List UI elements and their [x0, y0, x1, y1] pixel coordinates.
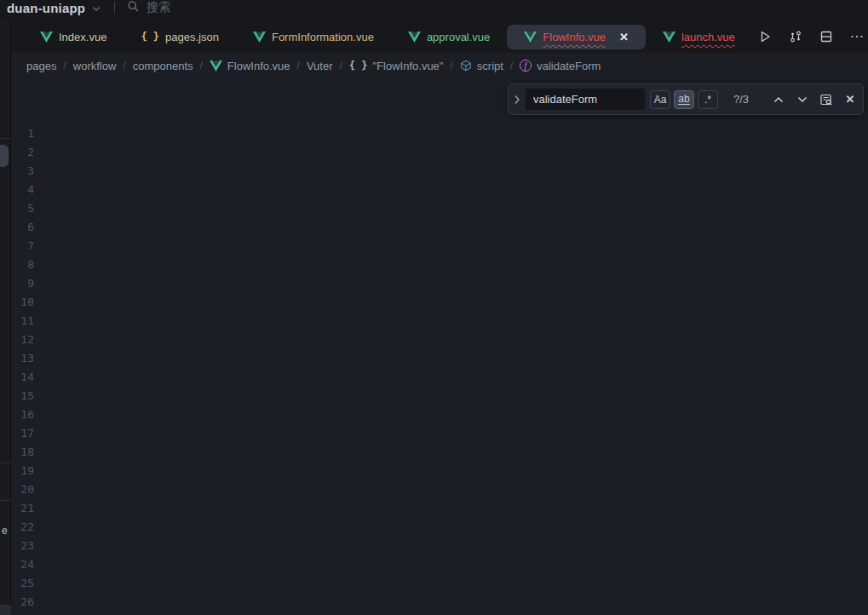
tab-index-vue[interactable]: Index.vue: [23, 25, 124, 49]
code-line[interactable]: 17: [11, 424, 868, 443]
breadcrumb-separator: /: [297, 60, 300, 72]
global-search[interactable]: 搜索: [127, 0, 170, 15]
line-number: 21: [11, 499, 55, 518]
whole-word-toggle[interactable]: ab: [674, 90, 694, 109]
code-line[interactable]: 19: [11, 462, 868, 480]
code-line[interactable]: 15: [11, 387, 868, 405]
code-line[interactable]: 2: [11, 143, 868, 162]
vue-logo-icon: [524, 32, 537, 43]
editor[interactable]: Aaab.* ?/3: [11, 78, 868, 615]
line-number: 20: [11, 480, 55, 499]
code-line[interactable]: 1: [11, 124, 868, 143]
line-number: 17: [11, 424, 55, 443]
find-next-button[interactable]: [793, 90, 812, 109]
code-line[interactable]: 12: [11, 330, 868, 349]
line-number: 11: [11, 312, 55, 330]
breadcrumb-item-validateform[interactable]: ƒvalidateForm: [520, 60, 601, 72]
code-line[interactable]: 9: [11, 274, 868, 293]
breadcrumb-item-script[interactable]: script: [460, 60, 503, 72]
code-line[interactable]: 8: [11, 256, 868, 274]
panel-item-partial[interactable]: [0, 145, 9, 167]
line-number: 1: [11, 124, 55, 143]
panel-partial-text: e: [2, 525, 8, 537]
find-widget: Aaab.* ?/3: [508, 83, 864, 115]
code-line[interactable]: 10: [11, 293, 868, 312]
tab-flowinfo-vue[interactable]: FlowInfo.vue✕: [507, 25, 646, 49]
tab-approval-vue[interactable]: approval.vue: [391, 25, 507, 49]
code-line[interactable]: 21: [11, 499, 868, 518]
tab-bar: Index.vue{ }pages.jsonFormInformation.vu…: [11, 20, 868, 53]
code-line[interactable]: 13: [11, 349, 868, 368]
line-number: 25: [11, 574, 55, 593]
code-line[interactable]: 7: [11, 237, 868, 256]
find-input[interactable]: [526, 89, 645, 110]
panel-footer-sliver: [0, 605, 11, 615]
code-area[interactable]: 1234567891011121314151617181920212223242…: [11, 124, 868, 612]
line-number: 6: [11, 218, 55, 237]
open-changes-icon[interactable]: [786, 27, 805, 46]
code-line[interactable]: 5: [11, 199, 868, 218]
tab-launch-vue[interactable]: launch.vue: [646, 25, 752, 49]
regex-toggle[interactable]: .*: [698, 90, 718, 109]
code-line[interactable]: 14: [11, 368, 868, 387]
line-number: 8: [11, 256, 55, 274]
vue-logo-icon: [210, 60, 222, 72]
tab-pages-json[interactable]: { }pages.json: [124, 25, 236, 49]
breadcrumb-separator: /: [510, 60, 513, 72]
breadcrumb-item--flowinfo-vue-[interactable]: { }"FlowInfo.vue": [349, 60, 444, 72]
code-line[interactable]: 23: [11, 537, 868, 555]
breadcrumb-label: pages: [26, 60, 56, 72]
breadcrumb-item-pages[interactable]: pages: [26, 60, 56, 72]
breadcrumb-item-flowinfo-vue[interactable]: FlowInfo.vue: [210, 60, 290, 72]
line-number: 7: [11, 237, 55, 256]
code-line[interactable]: 16: [11, 405, 868, 424]
tab-label: pages.json: [165, 31, 219, 43]
find-close-button[interactable]: ✕: [841, 90, 859, 109]
find-in-selection-button[interactable]: [817, 90, 836, 109]
breadcrumb-separator: /: [200, 60, 203, 72]
code-line[interactable]: 22: [11, 518, 868, 537]
code-line[interactable]: 6: [11, 218, 868, 237]
search-placeholder: 搜索: [147, 0, 170, 15]
code-line[interactable]: 20: [11, 480, 868, 499]
code-line[interactable]: 26: [11, 593, 868, 612]
vue-logo-icon: [663, 32, 675, 43]
code-line[interactable]: 18: [11, 443, 868, 462]
split-editor-icon[interactable]: [817, 27, 836, 46]
breadcrumb-separator: /: [63, 60, 66, 72]
tab-label: launch.vue: [681, 31, 735, 43]
run-icon[interactable]: [756, 27, 774, 46]
find-prev-button[interactable]: [769, 90, 788, 109]
breadcrumb-item-workflow[interactable]: workflow: [73, 60, 117, 72]
line-number: 12: [11, 330, 55, 349]
find-replace-toggle[interactable]: [509, 84, 526, 114]
breadcrumb-separator: /: [123, 60, 125, 72]
code-line[interactable]: 25: [11, 574, 868, 593]
project-name[interactable]: duan-uniapp: [7, 1, 85, 15]
match-case-toggle[interactable]: Aa: [650, 90, 670, 109]
more-actions-icon[interactable]: [848, 27, 866, 46]
string-braces-icon: { }: [349, 60, 368, 72]
line-number: 24: [11, 555, 55, 574]
breadcrumb-label: FlowInfo.vue: [227, 60, 290, 72]
panel-divider: [0, 500, 11, 501]
line-number: 14: [11, 368, 55, 387]
tab-close-icon[interactable]: ✕: [619, 31, 629, 43]
chevron-down-icon: [92, 0, 101, 15]
breadcrumb-item-components[interactable]: components: [133, 60, 193, 72]
tab-forminformation-vue[interactable]: FormInformation.vue: [236, 25, 391, 49]
breadcrumb-label: Vuter: [307, 60, 333, 72]
breadcrumb-item-vuter[interactable]: Vuter: [307, 60, 333, 72]
line-number: 22: [11, 518, 55, 537]
tab-label: approval.vue: [427, 31, 490, 43]
line-number: 26: [11, 593, 55, 612]
code-line[interactable]: 3: [11, 162, 868, 181]
line-number: 2: [11, 143, 55, 162]
breadcrumb-label: workflow: [73, 60, 117, 72]
code-line[interactable]: 4: [11, 181, 868, 199]
breadcrumb-label: validateForm: [537, 60, 601, 72]
symbol-module-icon: [460, 60, 472, 72]
code-line[interactable]: 24: [11, 555, 868, 574]
code-line[interactable]: 11: [11, 312, 868, 330]
panel-divider: [0, 138, 11, 139]
